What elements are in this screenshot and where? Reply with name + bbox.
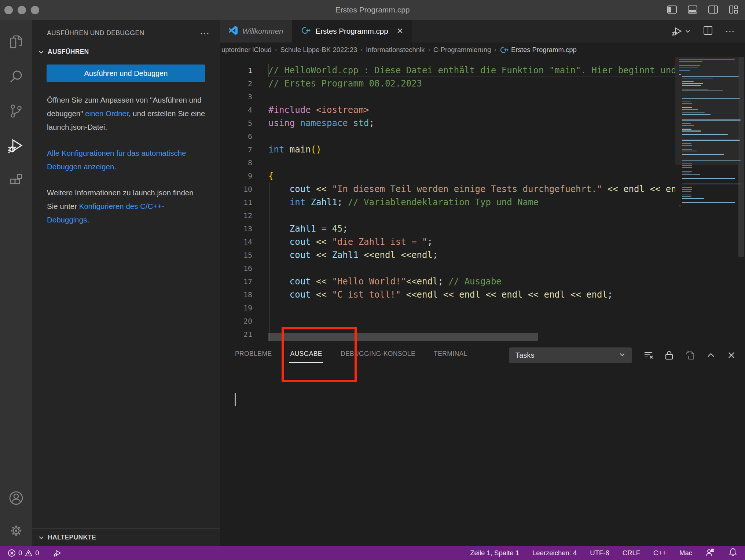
code-line[interactable]: // HelloWorld.cpp : Diese Datei enthält … [268,64,675,77]
output-channel-select[interactable]: Tasks [509,347,632,363]
code-token: << [316,276,327,287]
line-number[interactable]: 11 [220,196,268,209]
minimap-line [682,191,691,192]
toggle-panel-icon[interactable] [687,4,698,15]
breadcrumb-segment[interactable]: uptordner iCloud [221,46,272,54]
code-line[interactable] [268,262,675,275]
line-number[interactable]: 18 [220,288,268,301]
panel-tab-probleme[interactable]: PROBLEME [235,348,272,363]
line-number[interactable]: 10 [220,183,268,196]
problems-status[interactable]: 0 0 [7,549,39,557]
code-line[interactable]: { [268,169,675,183]
debug-run-button[interactable] [671,25,691,37]
breadcrumb-segment[interactable]: Informationstechnik [366,46,425,54]
search-icon[interactable] [0,59,32,94]
line-number[interactable]: 12 [220,209,268,222]
maximize-panel-icon[interactable] [706,350,716,360]
sidebar-more-actions-icon[interactable]: ⋯ [200,32,210,35]
code-line[interactable]: #include <iostream> [268,103,675,117]
breadcrumb-segment[interactable]: C-Programmierung [433,46,491,54]
line-number[interactable]: 8 [220,156,268,169]
tab-erstes-programm[interactable]: Erstes Programm.cpp ✕ [292,20,412,43]
account-icon[interactable] [0,481,32,515]
code-line[interactable]: Zahl1 = 45; [268,222,675,235]
feedback-icon[interactable] [705,548,715,559]
source-control-icon[interactable] [0,94,32,128]
code-line[interactable]: using namespace std; [268,117,675,130]
editor-gutter[interactable]: 12345678910111213141516171819202122 [220,57,268,343]
line-number[interactable]: 13 [220,222,268,235]
code-line[interactable] [268,130,675,143]
remote-status[interactable]: Mac [679,549,692,557]
code-line[interactable] [268,156,675,169]
code-line[interactable]: cout << "C ist toll!" <<endl << endl << … [268,288,675,301]
lock-icon[interactable] [664,350,674,360]
breadcrumb-segment[interactable]: Schule Lippe-BK 2022:23 [280,46,357,54]
minimap[interactable] [675,57,738,343]
line-number[interactable]: 17 [220,275,268,288]
line-number[interactable]: 4 [220,103,268,117]
line-number[interactable]: 14 [220,235,268,248]
code-line[interactable]: cout << Zahl1 <<endl <<endl; [268,248,675,262]
tab-willkommen[interactable]: Willkommen [220,20,292,43]
notifications-bell-icon[interactable] [728,548,738,559]
code-line[interactable]: int Zahl1; // Variablendeklaration Typ u… [268,196,675,209]
line-number[interactable]: 9 [220,169,268,183]
close-panel-icon[interactable] [727,350,736,360]
line-number[interactable]: 19 [220,301,268,314]
scrollbar-thumb[interactable] [738,57,744,257]
debug-status-icon[interactable] [53,548,62,558]
breakpoints-section-header[interactable]: HALTEPUNKTE [32,528,220,546]
more-actions-icon[interactable]: ⋯ [725,26,735,37]
split-editor-icon[interactable] [702,25,713,37]
breadcrumb-file[interactable]: Erstes Programm.cpp [500,45,577,54]
code-line[interactable] [268,209,675,222]
open-output-in-editor-icon[interactable] [685,350,695,360]
run-section-header[interactable]: AUSFÜHREN [32,37,220,56]
code-area[interactable]: // HelloWorld.cpp : Diese Datei enthält … [268,57,675,343]
minimap-line [682,123,691,124]
language-mode-status[interactable]: C++ [653,549,666,557]
toggle-sidebar-icon[interactable] [667,4,678,15]
line-number[interactable]: 1 [220,64,268,77]
clear-output-icon[interactable] [643,350,653,360]
encoding-status[interactable]: UTF-8 [590,549,609,557]
code-line[interactable]: cout << "In diesem Teil werden einige Te… [268,183,675,196]
explorer-icon[interactable] [0,25,32,59]
panel-tab-ausgabe[interactable]: AUSGABE [290,348,322,363]
line-number[interactable]: 2 [220,77,268,90]
line-number[interactable]: 3 [220,90,268,103]
line-number[interactable]: 7 [220,143,268,156]
sidebar-link[interactable]: einen Ordner [85,109,129,118]
code-line[interactable]: int main() [268,143,675,156]
line-number[interactable]: 20 [220,314,268,328]
code-line[interactable]: cout << "die Zahl1 ist = "; [268,235,675,248]
code-editor[interactable]: 12345678910111213141516171819202122 // H… [220,57,745,343]
code-line[interactable] [268,314,675,328]
customize-layout-icon[interactable] [728,4,739,15]
extensions-icon[interactable] [0,163,32,197]
toggle-secondary-sidebar-icon[interactable] [708,4,719,15]
line-number[interactable]: 6 [220,130,268,143]
sidebar-paragraph: Öffnen Sie zum Anpassen von "Ausführen u… [47,93,205,134]
line-number[interactable]: 21 [220,328,268,341]
panel-tab-debugging-konsole[interactable]: DEBUGGING-KONSOLE [341,348,415,363]
code-line[interactable]: // Erstes Programm 08.02.2023 [268,77,675,90]
horizontal-scrollbar[interactable] [268,333,538,341]
line-number[interactable]: 5 [220,117,268,130]
code-line[interactable]: cout << "Hello World!"<<endl; // Ausgabe [268,275,675,288]
run-and-debug-icon[interactable] [0,128,32,163]
sidebar-link[interactable]: Alle Konfigurationen für das automatisch… [47,149,186,171]
code-line[interactable] [268,301,675,314]
settings-gear-icon[interactable] [0,515,32,546]
panel-tab-terminal[interactable]: TERMINAL [434,348,467,363]
vertical-scrollbar[interactable] [738,57,745,343]
line-number[interactable]: 16 [220,262,268,275]
cursor-position-status[interactable]: Zeile 1, Spalte 1 [470,549,519,557]
close-tab-icon[interactable]: ✕ [397,26,403,36]
code-line[interactable] [268,90,675,103]
eol-status[interactable]: CRLF [623,549,640,557]
run-and-debug-button[interactable]: Ausführen und Debuggen [47,65,205,82]
indentation-status[interactable]: Leerzeichen: 4 [532,549,577,557]
line-number[interactable]: 15 [220,248,268,262]
